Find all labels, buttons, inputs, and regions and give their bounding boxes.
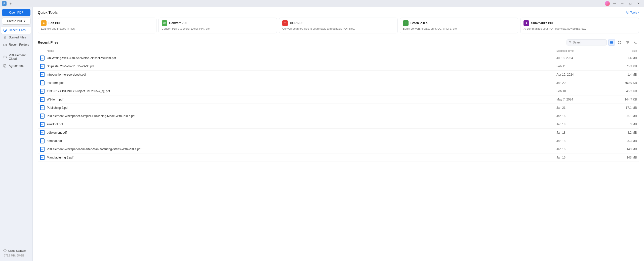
pdf-file-icon: PDF — [40, 147, 45, 152]
sidebar-item-pdfelement-cloud[interactable]: PDFelement Cloud — [1, 52, 31, 62]
search-input[interactable] — [573, 41, 605, 44]
titlebar-right: ⋯ ─ □ ✕ — [605, 1, 642, 6]
table-row[interactable]: PDF W9-form.pdf May 7, 2024 144.7 KB — [38, 95, 639, 104]
table-row[interactable]: PDF 1230-0124 INFINITY Project List 2025… — [38, 87, 639, 95]
close-button[interactable]: ✕ — [635, 1, 642, 6]
svg-text:PDF: PDF — [41, 66, 44, 67]
tool-icon-batch-pdfs: ≡ — [403, 20, 409, 26]
svg-rect-8 — [618, 43, 619, 44]
svg-text:PDF: PDF — [41, 91, 44, 92]
sidebar: Open PDF Create PDF ▾ Recent Files — [0, 7, 33, 261]
all-tools-link[interactable]: All Tools › — [626, 11, 639, 14]
sidebar-item-starred-files[interactable]: Starred Files — [1, 34, 31, 41]
svg-text:PDF: PDF — [41, 74, 44, 75]
file-table: Name Modified Time Size PDF On-Writing-W… — [38, 48, 639, 261]
tool-card-convert-pdf[interactable]: ⇄ Convert PDF Convert PDFs to Word, Exce… — [158, 18, 277, 33]
file-name: Publishing 2.pdf — [47, 106, 68, 110]
table-row[interactable]: PDF Manufacturing 2.pdf Jan 16 143 MB — [38, 153, 639, 162]
more-options-button[interactable]: ⋯ — [611, 1, 618, 6]
table-row[interactable]: PDF acrobat.pdf Jan 18 3.3 MB — [38, 137, 639, 145]
pdf-file-icon: PDF — [40, 114, 45, 119]
file-size: 1.4 MB — [607, 73, 637, 76]
file-date: Jan 21 — [556, 106, 607, 110]
tool-name-convert-pdf: Convert PDF — [169, 21, 188, 25]
star-icon — [3, 35, 7, 39]
table-row[interactable]: PDF On-Writing-Well-30th-Anniversa-Zinss… — [38, 54, 639, 62]
table-row[interactable]: PDF introduction-to-seo-ebook.pdf Apr 15… — [38, 71, 639, 79]
sidebar-bottom: Cloud Storage 373.8 MB / 25 GB — [0, 246, 32, 259]
file-name: acrobat.pdf — [47, 139, 62, 143]
tool-card-header: ≡ Batch PDFs — [403, 20, 515, 26]
recent-files-title: Recent Files — [38, 40, 58, 44]
file-name: PDFelement-Whitepaper-Simpler-Publishing… — [47, 114, 135, 118]
open-pdf-button[interactable]: Open PDF — [2, 9, 30, 16]
agreement-icon — [3, 64, 7, 68]
file-size: 1.4 MB — [607, 56, 637, 60]
minimize-button[interactable]: ─ — [619, 1, 626, 6]
file-date: Feb 11 — [556, 65, 607, 68]
tool-desc-ocr-pdf: Convert scanned files to searchable and … — [282, 27, 394, 31]
svg-rect-5 — [610, 43, 613, 44]
table-header: Name Modified Time Size — [38, 48, 639, 54]
pdf-file-icon: PDF — [40, 130, 45, 135]
svg-text:PDF: PDF — [41, 124, 44, 125]
tool-card-summarize-pdf[interactable]: ✦ Summarize PDF AI summarizes your PDF o… — [520, 18, 639, 33]
file-name-cell: PDF test form.pdf — [40, 80, 556, 85]
file-size: 750.9 KB — [607, 81, 637, 85]
file-size: 144.7 KB — [607, 98, 637, 101]
table-row[interactable]: PDF smallpdf.pdf Jan 18 3 MB — [38, 120, 639, 129]
clock-icon — [3, 28, 7, 32]
svg-text:PDF: PDF — [41, 116, 44, 117]
tool-card-ocr-pdf[interactable]: T OCR PDF Convert scanned files to searc… — [279, 18, 398, 33]
grid-view-button[interactable] — [616, 39, 623, 46]
tool-card-batch-pdfs[interactable]: ≡ Batch PDFs Batch convert, create, prin… — [400, 18, 518, 33]
table-row[interactable]: PDF pdfelement.pdf Jan 18 3.2 MB — [38, 129, 639, 137]
sidebar-item-recent-files[interactable]: Recent Files — [1, 27, 31, 34]
file-name: pdfelement.pdf — [47, 131, 67, 134]
chevron-icon: › — [638, 11, 639, 14]
list-view-button[interactable] — [608, 39, 615, 46]
svg-text:PDF: PDF — [41, 82, 44, 84]
create-pdf-arrow: ▾ — [24, 19, 25, 23]
sidebar-item-agreement[interactable]: Agreement — [1, 62, 31, 69]
file-name: introduction-to-seo-ebook.pdf — [47, 73, 86, 76]
pdf-file-icon: PDF — [40, 80, 45, 85]
svg-text:PDF: PDF — [41, 99, 44, 100]
table-row[interactable]: PDF Publishing 2.pdf Jan 21 17.1 MB — [38, 104, 639, 112]
svg-rect-4 — [610, 42, 613, 43]
search-box[interactable] — [567, 39, 607, 45]
sort-view-button[interactable] — [624, 39, 631, 46]
create-pdf-button[interactable]: Create PDF ▾ — [2, 18, 30, 25]
table-row[interactable]: PDF test form.pdf Jan 20 750.9 KB — [38, 79, 639, 87]
table-row[interactable]: PDF PDFelement-Whitepaper-Smarter-Manufa… — [38, 145, 639, 153]
create-pdf-label: Create PDF — [7, 19, 23, 23]
refresh-button[interactable] — [632, 39, 639, 46]
file-name-cell: PDF 1230-0124 INFINITY Project List 2025… — [40, 89, 556, 94]
pdf-file-icon: PDF — [40, 97, 45, 102]
pdf-file-icon: PDF — [40, 105, 45, 110]
tool-desc-batch-pdfs: Batch convert, create, print, OCR PDFs, … — [403, 27, 515, 31]
maximize-button[interactable]: □ — [627, 1, 634, 6]
svg-text:PDF: PDF — [41, 107, 44, 109]
cloud-storage-item[interactable]: Cloud Storage — [2, 248, 30, 254]
main-content: Quick Tools All Tools › ✏ Edit PDF Edit … — [33, 7, 644, 261]
file-name-cell: PDF introduction-to-seo-ebook.pdf — [40, 72, 556, 77]
svg-text:PDF: PDF — [41, 157, 44, 158]
file-size: 3.3 MB — [607, 139, 637, 143]
file-name-cell: PDF W9-form.pdf — [40, 97, 556, 102]
sidebar-item-recent-folders[interactable]: Recent Folders — [1, 41, 31, 48]
file-name-cell: PDF pdfelement.pdf — [40, 130, 556, 135]
tool-card-edit-pdf[interactable]: ✏ Edit PDF Edit text and images in files… — [38, 18, 156, 33]
file-name: 1230-0124 INFINITY Project List 2025-汇总.… — [47, 89, 110, 93]
sidebar-item-label: Starred Files — [9, 36, 26, 39]
file-size: 3 MB — [607, 123, 637, 126]
file-size: 143 MB — [607, 156, 637, 159]
new-tab-button[interactable]: + — [8, 1, 13, 6]
table-row[interactable]: PDF PDFelement-Whitepaper-Simpler-Publis… — [38, 112, 639, 120]
pdf-file-icon: PDF — [40, 56, 45, 61]
user-avatar[interactable] — [605, 1, 610, 6]
cloud-storage-label: Cloud Storage — [8, 249, 26, 252]
table-row[interactable]: PDF Snipaste_2025-02-11_15-29-30.pdf Feb… — [38, 62, 639, 71]
file-size: 3.2 MB — [607, 131, 637, 134]
tool-name-batch-pdfs: Batch PDFs — [411, 21, 427, 25]
